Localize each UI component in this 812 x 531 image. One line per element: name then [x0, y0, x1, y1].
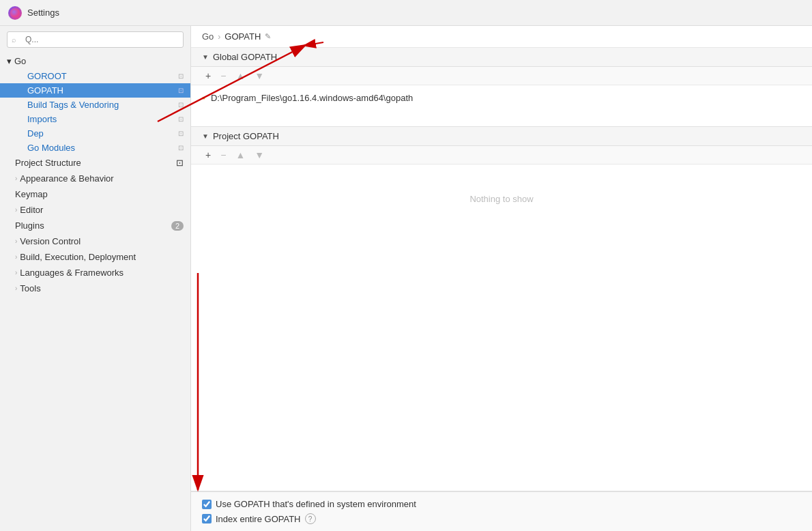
build-tags-label: Build Tags & Vendoring [27, 100, 119, 110]
go-children: GOROOT ⊡ GOPATH ⊡ Build Tags & Vendoring… [0, 69, 190, 155]
editor-expand-icon: › [15, 206, 17, 214]
sidebar-item-appearance-behavior[interactable]: › Appearance & Behavior [0, 171, 190, 186]
use-system-gopath-checkbox[interactable] [202, 500, 212, 509]
lang-expand-icon: › [15, 269, 17, 276]
project-gopath-header: ▼ Project GOPATH [191, 127, 812, 146]
sidebar-item-languages-frameworks[interactable]: › Languages & Frameworks [0, 265, 190, 281]
list-item[interactable]: ▪ D:\Program_Files\go1.16.4.windows-amd6… [191, 89, 812, 106]
sidebar: ⌕ ▾ Go GOROOT ⊡ [0, 26, 191, 531]
sidebar-item-tools[interactable]: › Tools [0, 281, 190, 296]
plugins-badge: 2 [171, 221, 184, 231]
project-up-button[interactable]: ▲ [232, 149, 248, 161]
breadcrumb: Go › GOPATH ✎ [191, 26, 812, 48]
sidebar-item-dep[interactable]: Dep ⊡ [0, 126, 190, 141]
plugins-label: Plugins [15, 220, 44, 231]
index-entire-gopath-row: Index entire GOPATH ? [202, 513, 801, 524]
global-gopath-title: Global GOPATH [213, 52, 277, 62]
gopath-label: GOPATH [27, 85, 63, 96]
go-modules-label: Go Modules [27, 143, 75, 153]
project-gopath-triangle-icon: ▼ [202, 132, 209, 140]
main-container: ⌕ ▾ Go GOROOT ⊡ [0, 26, 812, 531]
help-icon[interactable]: ? [305, 513, 316, 524]
search-box: ⌕ [7, 31, 184, 48]
global-remove-button[interactable]: − [217, 70, 229, 82]
project-structure-label: Project Structure [15, 158, 81, 168]
editor-label: Editor [20, 205, 43, 215]
sidebar-item-plugins[interactable]: Plugins 2 [0, 218, 190, 233]
tools-label: Tools [20, 283, 40, 293]
global-gopath-toolbar: + − ▲ ▼ [191, 67, 812, 85]
search-icon: ⌕ [12, 35, 16, 44]
project-gopath-section: ▼ Project GOPATH + − ▲ ▼ Nothing to show [191, 127, 812, 491]
global-gopath-triangle-icon: ▼ [202, 53, 209, 61]
sidebar-item-goroot[interactable]: GOROOT ⊡ [0, 69, 190, 83]
imports-settings-icon: ⊡ [178, 115, 184, 123]
appearance-expand-icon: › [15, 175, 17, 182]
build-tags-settings-icon: ⊡ [178, 101, 184, 109]
tools-expand-icon: › [15, 285, 17, 292]
project-add-button[interactable]: + [202, 149, 214, 161]
svg-point-0 [10, 8, 20, 18]
version-control-label: Version Control [20, 236, 81, 246]
languages-frameworks-label: Languages & Frameworks [20, 268, 124, 278]
global-gopath-list: ▪ D:\Program_Files\go1.16.4.windows-amd6… [191, 85, 812, 126]
window-title: Settings [27, 8, 59, 18]
global-add-button[interactable]: + [202, 70, 214, 82]
content-panel: Go › GOPATH ✎ ▼ Global GOPATH + [191, 26, 812, 531]
sidebar-item-build-execution[interactable]: › Build, Execution, Deployment [0, 249, 190, 265]
vc-expand-icon: › [15, 238, 17, 245]
search-input[interactable] [7, 31, 184, 48]
sidebar-item-editor[interactable]: › Editor [0, 202, 190, 218]
sidebar-item-version-control[interactable]: › Version Control [0, 233, 190, 249]
global-up-button[interactable]: ▲ [232, 70, 248, 82]
sidebar-item-go-modules[interactable]: Go Modules ⊡ [0, 141, 190, 155]
breadcrumb-parent: Go [202, 31, 214, 42]
breadcrumb-current: GOPATH [224, 31, 261, 42]
project-gopath-title: Project GOPATH [213, 131, 279, 141]
content-footer: Use GOPATH that's defined in system envi… [191, 491, 812, 531]
build-expand-icon: › [15, 253, 17, 261]
build-execution-label: Build, Execution, Deployment [20, 252, 136, 262]
dep-settings-icon: ⊡ [178, 130, 184, 137]
nav-tree: ▾ Go GOROOT ⊡ GOPATH ⊡ [0, 53, 190, 531]
sidebar-item-imports[interactable]: Imports ⊡ [0, 112, 190, 126]
go-chevron-icon: ▾ [7, 56, 12, 66]
gopath-entry-path: D:\Program_Files\go1.16.4.windows-amd64\… [211, 93, 413, 103]
use-system-gopath-label: Use GOPATH that's defined in system envi… [216, 499, 416, 509]
project-structure-icon: ⊡ [176, 158, 184, 168]
imports-label: Imports [27, 114, 57, 124]
app-icon [8, 6, 22, 20]
appearance-behavior-label: Appearance & Behavior [20, 173, 113, 184]
gopath-settings-icon: ⊡ [178, 87, 184, 94]
sidebar-item-build-tags[interactable]: Build Tags & Vendoring ⊡ [0, 98, 190, 112]
keymap-label: Keymap [15, 189, 48, 199]
global-gopath-header: ▼ Global GOPATH [191, 48, 812, 67]
project-down-button[interactable]: ▼ [251, 149, 267, 161]
breadcrumb-separator: › [218, 32, 220, 42]
project-remove-button[interactable]: − [217, 149, 229, 161]
goroot-label: GOROOT [27, 71, 67, 81]
folder-icon: ▪ [202, 92, 205, 103]
sidebar-item-project-structure[interactable]: Project Structure ⊡ [0, 155, 190, 171]
sidebar-item-keymap[interactable]: Keymap [0, 186, 190, 202]
breadcrumb-edit-icon[interactable]: ✎ [265, 32, 271, 41]
title-bar: Settings [0, 0, 812, 26]
go-modules-settings-icon: ⊡ [178, 144, 184, 152]
dep-label: Dep [27, 128, 44, 139]
project-gopath-empty: Nothing to show [191, 164, 812, 233]
empty-text: Nothing to show [469, 194, 533, 204]
use-system-gopath-row: Use GOPATH that's defined in system envi… [202, 499, 801, 509]
global-down-button[interactable]: ▼ [251, 70, 267, 82]
sidebar-item-gopath[interactable]: GOPATH ⊡ [0, 83, 190, 98]
sidebar-go-label: Go [14, 56, 26, 66]
goroot-settings-icon: ⊡ [178, 72, 184, 80]
project-gopath-toolbar: + − ▲ ▼ [191, 146, 812, 164]
sidebar-item-go[interactable]: ▾ Go [0, 53, 190, 69]
index-entire-gopath-checkbox[interactable] [202, 514, 212, 523]
global-gopath-section: ▼ Global GOPATH + − ▲ ▼ ▪ D:\Pr [191, 48, 812, 127]
index-entire-gopath-label: Index entire GOPATH [216, 514, 301, 524]
content-body: ▼ Global GOPATH + − ▲ ▼ ▪ D:\Pr [191, 48, 812, 491]
